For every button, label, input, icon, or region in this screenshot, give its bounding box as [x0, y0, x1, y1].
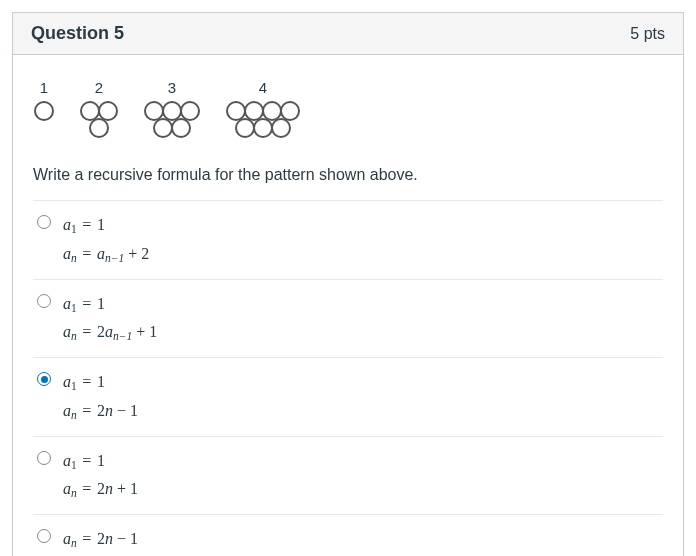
radio-button[interactable]: [37, 215, 51, 229]
answer-options: a1=1 an=an−1 + 2 a1=1 an=2an−1 + 1 a1=1 …: [33, 200, 663, 556]
answer-option[interactable]: an=2n − 1: [33, 514, 663, 556]
radio-button[interactable]: [37, 451, 51, 465]
option-text: a1=1 an=2an−1 + 1: [63, 290, 157, 348]
svg-point-13: [236, 119, 254, 137]
question-header: Question 5 5 pts: [13, 13, 683, 55]
pattern-step-2: 2: [79, 79, 119, 144]
answer-option[interactable]: a1=1 an=2n − 1: [33, 357, 663, 436]
answer-option[interactable]: a1=1 an=an−1 + 2: [33, 200, 663, 279]
pattern-image-3: [143, 100, 201, 140]
question-title: Question 5: [31, 23, 124, 44]
pattern-step-3: 3: [143, 79, 201, 144]
pattern-step-4: 4: [225, 79, 301, 144]
svg-point-12: [281, 102, 299, 120]
question-prompt: Write a recursive formula for the patter…: [33, 166, 663, 184]
svg-point-6: [181, 102, 199, 120]
question-body: 1 2 3 4: [13, 55, 683, 556]
svg-point-1: [81, 102, 99, 120]
svg-point-0: [35, 102, 53, 120]
question-points: 5 pts: [630, 25, 665, 43]
svg-point-11: [263, 102, 281, 120]
pattern-image-1: [33, 100, 55, 140]
svg-point-3: [90, 119, 108, 137]
svg-point-7: [154, 119, 172, 137]
radio-button[interactable]: [37, 372, 51, 386]
pattern-label: 2: [79, 79, 119, 96]
svg-point-2: [99, 102, 117, 120]
svg-point-15: [272, 119, 290, 137]
answer-option[interactable]: a1=1 an=2n + 1: [33, 436, 663, 515]
svg-point-10: [245, 102, 263, 120]
pattern-label: 1: [33, 79, 55, 96]
option-text: an=2n − 1: [63, 525, 138, 554]
pattern-image-4: [225, 100, 301, 140]
svg-point-4: [145, 102, 163, 120]
radio-button[interactable]: [37, 294, 51, 308]
question-card: Question 5 5 pts 1 2 3: [12, 12, 684, 556]
svg-point-14: [254, 119, 272, 137]
option-text: a1=1 an=an−1 + 2: [63, 211, 149, 269]
pattern-figure: 1 2 3 4: [33, 79, 663, 144]
radio-button[interactable]: [37, 529, 51, 543]
svg-point-9: [227, 102, 245, 120]
pattern-step-1: 1: [33, 79, 55, 144]
svg-point-5: [163, 102, 181, 120]
pattern-label: 3: [143, 79, 201, 96]
option-text: a1=1 an=2n + 1: [63, 447, 138, 505]
svg-point-8: [172, 119, 190, 137]
pattern-image-2: [79, 100, 119, 140]
option-text: a1=1 an=2n − 1: [63, 368, 138, 426]
pattern-label: 4: [225, 79, 301, 96]
answer-option[interactable]: a1=1 an=2an−1 + 1: [33, 279, 663, 358]
